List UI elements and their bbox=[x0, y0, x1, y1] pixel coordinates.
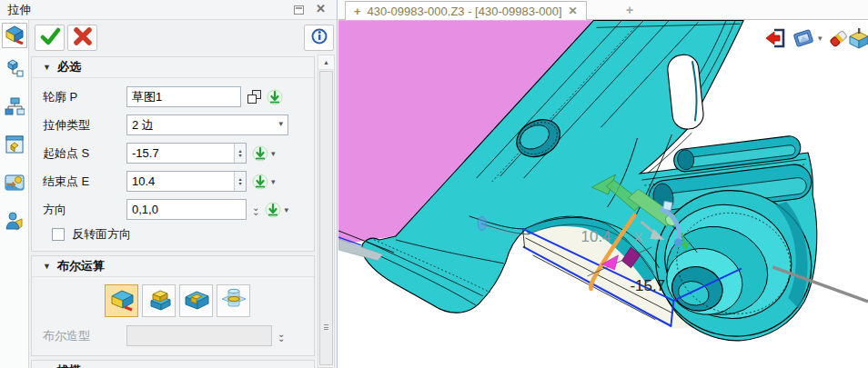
tab-plus-icon: + bbox=[354, 5, 361, 18]
tab-close-icon[interactable]: ✕ bbox=[569, 5, 578, 17]
direction-options-caret-icon[interactable]: ▾ bbox=[284, 205, 288, 214]
direction-row: 方向 ⌄⌄ ▾ bbox=[35, 195, 310, 224]
boolean-shape-label: 布尔造型 bbox=[35, 328, 126, 344]
scene-icon bbox=[5, 173, 25, 196]
collapse-arrow-icon: ▼ bbox=[43, 262, 51, 271]
view-dropdown-caret-icon[interactable]: ▾ bbox=[818, 34, 823, 43]
chevron-down-icon: ▾ bbox=[278, 119, 283, 128]
section-boolean-label: 布尔运算 bbox=[57, 258, 105, 274]
start-point-spinner[interactable]: ▴▾ bbox=[234, 144, 246, 163]
end-point-spinner[interactable]: ▴▾ bbox=[234, 172, 246, 191]
boolean-remove-button[interactable] bbox=[179, 284, 213, 317]
sidebar-item-user[interactable] bbox=[2, 210, 27, 235]
profile-row: 轮廓 P bbox=[35, 83, 310, 111]
end-pick-icon[interactable] bbox=[252, 174, 268, 190]
section-boolean-header[interactable]: ▼ 布尔运算 bbox=[32, 256, 314, 276]
new-tab-button[interactable]: + bbox=[626, 3, 633, 17]
panel-scrollbar[interactable]: ▲ bbox=[318, 55, 335, 368]
end-point-label: 结束点 E bbox=[35, 174, 126, 190]
float-panel-icon[interactable] bbox=[294, 5, 304, 15]
document-tab[interactable]: + 430-09983-000.Z3 - [430-09983-000] ✕ bbox=[345, 1, 587, 20]
section-required: ▼ 必选 轮廓 P 拉伸类型 2 边 ▾ bbox=[31, 56, 315, 252]
dialog-toolbar bbox=[29, 20, 338, 55]
reverse-face-checkbox[interactable] bbox=[52, 228, 65, 241]
ok-button[interactable] bbox=[35, 25, 65, 51]
profile-label: 轮廓 P bbox=[35, 89, 126, 105]
panel-titlebar: 拉伸 ✕ bbox=[0, 0, 337, 20]
expand-more-icon[interactable]: ⌄⌄ bbox=[252, 205, 259, 214]
sidebar-item-extrude[interactable] bbox=[2, 23, 27, 48]
history-icon bbox=[5, 96, 25, 120]
axis-x-label: X bbox=[633, 229, 642, 244]
boolean-intersect-button[interactable] bbox=[217, 284, 250, 317]
extrude-form: ▼ 必选 轮廓 P 拉伸类型 2 边 ▾ bbox=[29, 55, 317, 368]
boolean-shape-input bbox=[126, 325, 272, 346]
extrude-icon bbox=[4, 23, 25, 48]
boolean-op-row bbox=[35, 282, 310, 322]
application-window: 拉伸 ✕ bbox=[0, 0, 868, 368]
boolean-intersect-icon bbox=[220, 286, 247, 315]
extrude-type-value: 2 边 bbox=[132, 117, 154, 134]
section-boolean: ▼ 布尔运算 bbox=[31, 255, 315, 356]
direction-input[interactable] bbox=[126, 199, 247, 220]
info-button[interactable] bbox=[304, 25, 334, 51]
start-point-input[interactable] bbox=[126, 143, 247, 164]
scroll-up-icon[interactable]: ▲ bbox=[318, 55, 334, 70]
start-options-caret-icon[interactable]: ▾ bbox=[271, 149, 276, 158]
end-point-input[interactable] bbox=[126, 171, 247, 192]
document-viewport: + 430-09983-000.Z3 - [430-09983-000] ✕ + bbox=[338, 0, 868, 368]
start-pick-icon[interactable] bbox=[252, 145, 268, 162]
boolean-base-icon bbox=[108, 286, 136, 315]
panel-title: 拉伸 bbox=[0, 2, 31, 18]
model-3d-scene[interactable]: 10.4 -15.7 X bbox=[338, 20, 868, 368]
scrollbar-thumb[interactable] bbox=[319, 71, 333, 365]
tab-title: 430-09983-000.Z3 - [430-09983-000] bbox=[368, 5, 562, 18]
sidebar-item-history[interactable] bbox=[2, 95, 27, 121]
document-tabbar: + 430-09983-000.Z3 - [430-09983-000] ✕ + bbox=[338, 0, 868, 20]
start-dimension-label[interactable]: -15.7 bbox=[630, 277, 665, 294]
extrude-dialog-panel: 拉伸 ✕ bbox=[0, 0, 338, 368]
visual-manager-icon bbox=[5, 134, 25, 158]
end-dimension-label[interactable]: 10.4 bbox=[581, 228, 611, 245]
exit-sketch-button[interactable] bbox=[764, 26, 788, 54]
cancel-button[interactable] bbox=[67, 25, 97, 51]
scrollbar-grip bbox=[324, 323, 328, 332]
info-icon bbox=[310, 27, 328, 49]
view-icon bbox=[792, 26, 815, 50]
copy-icon[interactable] bbox=[247, 90, 261, 104]
section-draft: ▼ 拔模 bbox=[31, 360, 315, 368]
cancel-cross-icon bbox=[73, 26, 93, 50]
extrude-type-label: 拉伸类型 bbox=[35, 117, 126, 134]
user-icon bbox=[5, 211, 25, 234]
boolean-add-icon bbox=[146, 286, 173, 315]
panel-sidebar bbox=[0, 20, 29, 368]
section-required-header[interactable]: ▼ 必选 bbox=[32, 57, 314, 77]
datum-display-button[interactable] bbox=[848, 26, 868, 54]
start-point-label: 起始点 S bbox=[35, 145, 126, 162]
boolean-add-button[interactable] bbox=[142, 284, 176, 317]
extrude-type-select[interactable]: 2 边 ▾ bbox=[126, 114, 288, 135]
sidebar-item-visual-manager[interactable] bbox=[2, 134, 27, 159]
collapse-arrow-icon: ▼ bbox=[43, 63, 51, 72]
view-orientation-button[interactable] bbox=[792, 26, 815, 54]
section-required-label: 必选 bbox=[57, 59, 81, 75]
reverse-face-label: 反转面方向 bbox=[72, 226, 131, 243]
boolean-shape-row: 布尔造型 ⌄⌄ bbox=[35, 322, 310, 350]
section-draft-header[interactable]: ▼ 拔模 bbox=[32, 361, 314, 368]
section-draft-label: 拔模 bbox=[57, 363, 81, 368]
pick-from-screen-icon[interactable] bbox=[267, 89, 283, 105]
end-options-caret-icon[interactable]: ▾ bbox=[271, 177, 276, 186]
exit-icon bbox=[764, 26, 788, 50]
datum-box-icon bbox=[848, 26, 868, 50]
profile-input[interactable] bbox=[126, 86, 241, 107]
boolean-remove-icon bbox=[183, 286, 210, 315]
direction-pick-icon[interactable] bbox=[265, 202, 281, 218]
shape-tree-icon bbox=[5, 58, 25, 82]
close-panel-icon[interactable]: ✕ bbox=[316, 2, 326, 15]
sidebar-item-scene[interactable] bbox=[2, 172, 27, 197]
boolean-base-button[interactable] bbox=[105, 284, 138, 317]
sidebar-item-shape-tree[interactable] bbox=[2, 57, 27, 83]
end-point-row: 结束点 E ▴▾ ▾ bbox=[35, 167, 310, 195]
expand-more-icon[interactable]: ⌄⌄ bbox=[278, 332, 285, 341]
model-canvas[interactable]: 10.4 -15.7 X bbox=[338, 20, 868, 368]
